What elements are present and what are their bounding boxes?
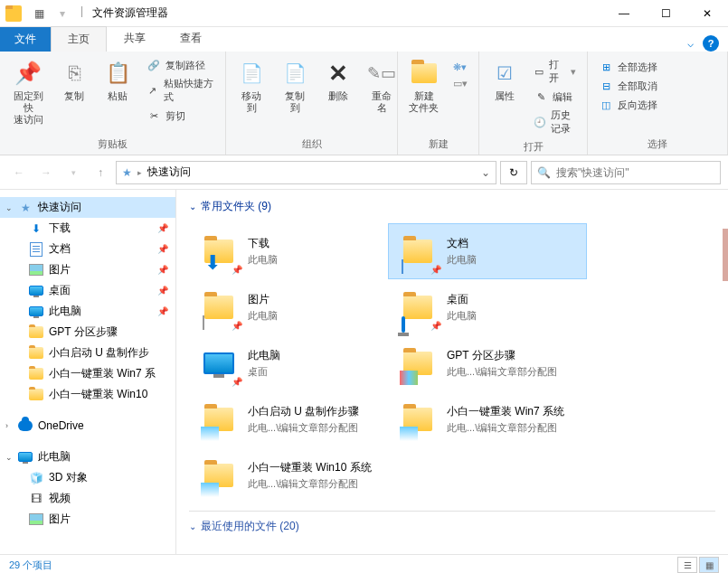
qat-properties-icon[interactable]: ▦ — [30, 5, 48, 23]
expand-icon[interactable]: ⌄ — [5, 453, 13, 462]
collapse-ribbon-icon[interactable]: ⌵ — [687, 37, 694, 50]
expand-icon[interactable]: ⌄ — [5, 203, 13, 212]
cut-button[interactable]: ✂剪切 — [145, 108, 216, 124]
rename-button[interactable]: ✎▭ 重命名 — [362, 55, 402, 136]
item-name: 小白一键重装 Win10 系统 — [248, 460, 372, 475]
edge-decoration — [723, 229, 728, 281]
sidebar-item-quick-access[interactable]: ⌄ ★ 快速访问 — [0, 197, 175, 218]
section-header-frequent[interactable]: ⌄ 常用文件夹 (9) — [189, 199, 715, 214]
back-button[interactable]: ← — [7, 161, 31, 184]
folder-icon — [396, 398, 440, 441]
qat-new-folder-icon[interactable]: ▾ — [53, 5, 71, 23]
address-bar[interactable]: ★ ▸ 快速访问 ⌄ — [116, 161, 496, 184]
sidebar-item-downloads[interactable]: ⬇下载📌 — [0, 218, 175, 239]
folder-item-usb[interactable]: 小白启动 U 盘制作步骤此电...\编辑文章部分配图 — [189, 391, 388, 447]
tab-home[interactable]: 主页 — [51, 26, 107, 52]
sidebar-item-win10[interactable]: 小白一键重装 Win10 — [0, 384, 175, 405]
sidebar-item-videos[interactable]: 🎞视频 — [0, 488, 175, 509]
chevron-down-icon[interactable]: ⌄ — [189, 521, 196, 531]
search-input[interactable] — [556, 166, 714, 179]
edit-icon: ✎ — [534, 89, 548, 104]
pin-icon: 📌 — [430, 265, 441, 275]
close-button[interactable]: ✕ — [686, 0, 728, 27]
folder-grid: ⬇📌 下载此电脑 📌 文档此电脑 📌 图片此电脑 📌 桌面此电脑 📌 此电脑桌面 — [189, 223, 715, 503]
sidebar-item-onedrive[interactable]: ›OneDrive — [0, 416, 175, 436]
search-icon: 🔍 — [537, 166, 551, 179]
cube-icon: 🧊 — [29, 471, 43, 485]
expand-icon[interactable]: › — [5, 421, 8, 430]
item-location: 此电...\编辑文章部分配图 — [248, 477, 372, 491]
paste-button[interactable]: 📋 粘贴 — [98, 55, 137, 136]
app-icon — [5, 5, 22, 22]
new-item-button[interactable]: ❋▾ — [451, 61, 469, 74]
open-button[interactable]: ▭打开▾ — [532, 57, 578, 86]
sidebar-item-desktop[interactable]: 桌面📌 — [0, 280, 175, 301]
breadcrumb-chevron-icon[interactable]: ▸ — [137, 168, 142, 177]
quick-access-star-icon: ★ — [122, 166, 132, 179]
sidebar-item-pictures[interactable]: 图片📌 — [0, 259, 175, 280]
folder-item-desktop[interactable]: 📌 桌面此电脑 — [388, 279, 587, 335]
cloud-icon — [18, 418, 33, 433]
sidebar-item-pictures2[interactable]: 图片 — [0, 509, 175, 530]
sidebar-item-win7[interactable]: 小白一键重装 Win7 系 — [0, 363, 175, 384]
folder-item-gpt[interactable]: GPT 分区步骤此电...\编辑文章部分配图 — [388, 335, 587, 391]
edit-button[interactable]: ✎编辑 — [532, 89, 578, 105]
search-box[interactable]: 🔍 — [531, 161, 721, 184]
tab-share[interactable]: 共享 — [107, 25, 163, 52]
sidebar-item-this-pc[interactable]: 此电脑📌 — [0, 301, 175, 322]
details-view-button[interactable]: ☰ — [677, 557, 697, 573]
chevron-down-icon[interactable]: ⌄ — [189, 202, 196, 211]
delete-button[interactable]: ✕ 删除 — [318, 55, 358, 136]
new-folder-button[interactable]: 新建 文件夹 — [403, 55, 444, 136]
sidebar-item-gpt[interactable]: GPT 分区步骤 — [0, 322, 175, 343]
minimize-button[interactable]: — — [603, 0, 645, 27]
move-to-button[interactable]: 📄 移动到 — [232, 55, 271, 136]
pin-to-quick-access-button[interactable]: 📌 固定到快 速访问 — [5, 55, 51, 136]
select-none-button[interactable]: ⊟全部取消 — [597, 78, 659, 94]
pin-icon: 📌 — [232, 321, 242, 331]
sidebar-item-usb[interactable]: 小白启动 U 盘制作步 — [0, 343, 175, 363]
address-dropdown-icon[interactable]: ⌄ — [481, 166, 490, 179]
folder-item-downloads[interactable]: ⬇📌 下载此电脑 — [189, 223, 388, 279]
sidebar-item-3d-objects[interactable]: 🧊3D 对象 — [0, 467, 175, 488]
refresh-button[interactable]: ↻ — [500, 161, 527, 184]
tab-file[interactable]: 文件 — [0, 27, 51, 52]
help-button[interactable]: ? — [703, 35, 719, 52]
select-all-button[interactable]: ⊞全部选择 — [597, 59, 659, 75]
invert-selection-button[interactable]: ◫反向选择 — [597, 97, 659, 113]
sidebar-label: 此电脑 — [38, 449, 71, 465]
folder-item-win7[interactable]: 小白一键重装 Win7 系统此电...\编辑文章部分配图 — [388, 391, 587, 447]
history-button[interactable]: 🕘历史记录 — [532, 108, 578, 136]
easy-access-button[interactable]: ▭▾ — [451, 77, 469, 90]
properties-button[interactable]: ☑ 属性 — [485, 55, 525, 138]
pictures-icon — [29, 263, 43, 277]
copyto-icon: 📄 — [280, 59, 309, 88]
sidebar-item-documents[interactable]: 文档📌 — [0, 239, 175, 259]
copy-button[interactable]: ⎘ 复制 — [54, 55, 94, 136]
folder-icon — [29, 388, 43, 402]
folder-item-win10[interactable]: 小白一键重装 Win10 系统此电...\编辑文章部分配图 — [189, 447, 388, 503]
copy-path-button[interactable]: 🔗复制路径 — [145, 57, 216, 73]
copy-to-button[interactable]: 📄 复制到 — [275, 55, 315, 136]
sidebar-label: 视频 — [49, 491, 71, 506]
recent-locations-button[interactable]: ▾ — [61, 161, 85, 184]
download-icon: ⬇ — [29, 221, 43, 236]
pin-icon: 📌 — [430, 321, 441, 331]
folder-item-documents[interactable]: 📌 文档此电脑 — [388, 223, 587, 279]
folder-item-thispc[interactable]: 📌 此电脑桌面 — [189, 335, 388, 391]
pc-icon — [18, 450, 33, 465]
maximize-button[interactable]: ☐ — [645, 0, 686, 27]
paste-shortcut-button[interactable]: ↗粘贴快捷方式 — [145, 76, 216, 105]
forward-button[interactable]: → — [34, 161, 58, 184]
sidebar-label: 下载 — [49, 221, 71, 236]
address-location[interactable]: 快速访问 — [147, 164, 191, 180]
group-organize-label: 组织 — [232, 136, 392, 153]
section-header-recent[interactable]: ⌄ 最近使用的文件 (20) — [189, 519, 715, 534]
folder-item-pictures[interactable]: 📌 图片此电脑 — [189, 279, 388, 335]
up-button[interactable]: ↑ — [89, 161, 112, 184]
properties-icon: ☑ — [490, 59, 519, 88]
sidebar-item-this-pc-root[interactable]: ⌄此电脑 — [0, 446, 175, 467]
tab-view[interactable]: 查看 — [163, 25, 219, 52]
item-location: 此电脑 — [248, 253, 278, 267]
large-icons-view-button[interactable]: ▦ — [699, 557, 719, 573]
